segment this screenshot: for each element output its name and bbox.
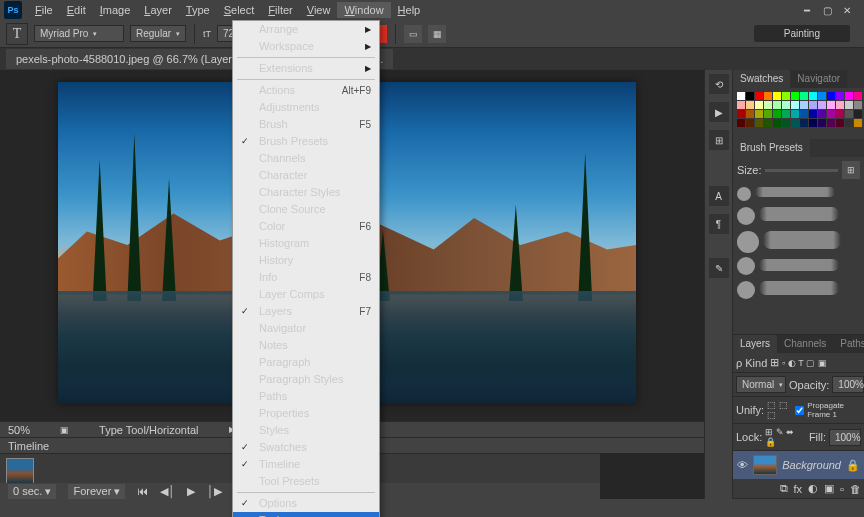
menu-item-histogram[interactable]: Histogram bbox=[233, 235, 379, 252]
swatch[interactable] bbox=[746, 119, 754, 127]
swatch[interactable] bbox=[782, 92, 790, 100]
swatch[interactable] bbox=[809, 92, 817, 100]
swatch[interactable] bbox=[800, 101, 808, 109]
swatch[interactable] bbox=[836, 119, 844, 127]
prev-frame-button[interactable]: ◀│ bbox=[160, 485, 175, 498]
menu-item-adjustments[interactable]: Adjustments bbox=[233, 99, 379, 116]
layers-tab[interactable]: Layers bbox=[733, 335, 777, 353]
brush-presets-tab[interactable]: Brush Presets bbox=[733, 139, 810, 157]
swatch[interactable] bbox=[791, 110, 799, 118]
maximize-button[interactable]: ▢ bbox=[822, 5, 832, 15]
loop-dropdown[interactable]: Forever ▾ bbox=[68, 484, 125, 499]
new-layer-button[interactable]: ▫ bbox=[840, 483, 844, 495]
swatches-tab[interactable]: Swatches bbox=[733, 70, 790, 88]
menu-item-actions[interactable]: ActionsAlt+F9 bbox=[233, 82, 379, 99]
swatch[interactable] bbox=[737, 92, 745, 100]
menu-item-options[interactable]: ✓Options bbox=[233, 495, 379, 512]
brush-preset[interactable] bbox=[737, 203, 860, 227]
swatch[interactable] bbox=[809, 101, 817, 109]
swatch[interactable] bbox=[791, 92, 799, 100]
swatch[interactable] bbox=[746, 92, 754, 100]
menu-help[interactable]: Help bbox=[391, 2, 428, 18]
brush-preset[interactable] bbox=[737, 183, 860, 203]
menu-item-channels[interactable]: Channels bbox=[233, 150, 379, 167]
fill-input[interactable]: 100% bbox=[829, 429, 861, 446]
workspace-switcher[interactable]: Painting bbox=[754, 25, 850, 42]
menu-item-character[interactable]: Character bbox=[233, 167, 379, 184]
zoom-level[interactable]: 50% bbox=[8, 424, 30, 436]
warp-text-button[interactable]: ▭ bbox=[404, 25, 422, 43]
menu-item-workspace[interactable]: Workspace▶ bbox=[233, 38, 379, 55]
menu-item-arrange[interactable]: Arrange▶ bbox=[233, 21, 379, 38]
swatch[interactable] bbox=[773, 119, 781, 127]
menu-item-history[interactable]: History bbox=[233, 252, 379, 269]
menu-item-timeline[interactable]: ✓Timeline bbox=[233, 456, 379, 473]
menu-item-character-styles[interactable]: Character Styles bbox=[233, 184, 379, 201]
swatch[interactable] bbox=[746, 110, 754, 118]
swatch[interactable] bbox=[818, 119, 826, 127]
swatch[interactable] bbox=[764, 92, 772, 100]
menu-item-paragraph-styles[interactable]: Paragraph Styles bbox=[233, 371, 379, 388]
swatch[interactable] bbox=[737, 101, 745, 109]
font-family-dropdown[interactable]: Myriad Pro bbox=[34, 25, 124, 42]
close-button[interactable]: ✕ bbox=[842, 5, 852, 15]
play-button[interactable]: ▶ bbox=[187, 485, 195, 498]
panels-toggle-button[interactable]: ▦ bbox=[428, 25, 446, 43]
brush-preset[interactable] bbox=[737, 255, 860, 277]
swatch[interactable] bbox=[845, 110, 853, 118]
next-frame-button[interactable]: │▶ bbox=[207, 485, 222, 498]
swatch[interactable] bbox=[827, 119, 835, 127]
swatch[interactable] bbox=[827, 92, 835, 100]
channels-tab[interactable]: Channels bbox=[777, 335, 833, 353]
new-group-button[interactable]: ▣ bbox=[824, 482, 834, 495]
opacity-input[interactable]: 100% bbox=[832, 376, 864, 393]
swatch[interactable] bbox=[836, 101, 844, 109]
swatch[interactable] bbox=[800, 119, 808, 127]
menu-image[interactable]: Image bbox=[93, 2, 138, 18]
paragraph-icon[interactable]: ¶ bbox=[709, 214, 729, 234]
timeline-frame[interactable] bbox=[6, 458, 34, 484]
swatch[interactable] bbox=[764, 119, 772, 127]
swatch[interactable] bbox=[755, 92, 763, 100]
delete-layer-button[interactable]: 🗑 bbox=[850, 483, 861, 495]
type-tool-icon[interactable]: T bbox=[6, 23, 28, 45]
menu-item-extensions[interactable]: Extensions▶ bbox=[233, 60, 379, 77]
properties-icon[interactable]: ⊞ bbox=[709, 130, 729, 150]
frame-duration[interactable]: 0 sec. ▾ bbox=[8, 484, 56, 499]
swatch[interactable] bbox=[836, 92, 844, 100]
swatch[interactable] bbox=[755, 101, 763, 109]
menu-type[interactable]: Type bbox=[179, 2, 217, 18]
menu-item-tools[interactable]: Tools bbox=[233, 512, 379, 517]
swatch[interactable] bbox=[755, 110, 763, 118]
brush-preset[interactable] bbox=[737, 277, 860, 301]
menu-view[interactable]: View bbox=[300, 2, 338, 18]
swatch[interactable] bbox=[854, 101, 862, 109]
brush-icon[interactable]: ✎ bbox=[709, 258, 729, 278]
swatch[interactable] bbox=[800, 110, 808, 118]
swatch[interactable] bbox=[854, 110, 862, 118]
swatch[interactable] bbox=[782, 101, 790, 109]
layer-row[interactable]: 👁 Background 🔒 bbox=[733, 451, 864, 479]
menu-item-swatches[interactable]: ✓Swatches bbox=[233, 439, 379, 456]
swatch[interactable] bbox=[845, 119, 853, 127]
brush-toggle-button[interactable]: ⊞ bbox=[842, 161, 860, 179]
swatch[interactable] bbox=[818, 110, 826, 118]
swatch[interactable] bbox=[746, 101, 754, 109]
swatch[interactable] bbox=[836, 110, 844, 118]
navigator-tab[interactable]: Navigator bbox=[790, 70, 847, 88]
layer-thumbnail[interactable] bbox=[753, 455, 777, 475]
swatch[interactable] bbox=[827, 101, 835, 109]
menu-file[interactable]: File bbox=[28, 2, 60, 18]
menu-item-paths[interactable]: Paths bbox=[233, 388, 379, 405]
window-menu-dropdown[interactable]: Arrange▶Workspace▶Extensions▶ActionsAlt+… bbox=[232, 20, 380, 517]
actions-icon[interactable]: ▶ bbox=[709, 102, 729, 122]
menu-item-tool-presets[interactable]: Tool Presets bbox=[233, 473, 379, 490]
swatch[interactable] bbox=[782, 110, 790, 118]
swatch[interactable] bbox=[773, 92, 781, 100]
swatch[interactable] bbox=[809, 119, 817, 127]
swatch[interactable] bbox=[854, 119, 862, 127]
menu-item-color[interactable]: ColorF6 bbox=[233, 218, 379, 235]
swatch[interactable] bbox=[827, 110, 835, 118]
swatch[interactable] bbox=[737, 110, 745, 118]
menu-item-clone-source[interactable]: Clone Source bbox=[233, 201, 379, 218]
